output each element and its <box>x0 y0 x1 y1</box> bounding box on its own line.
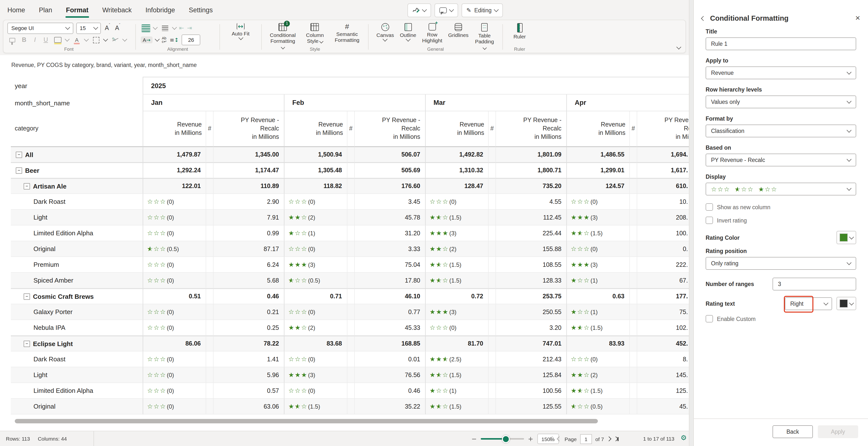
first-page-button[interactable] <box>550 437 554 441</box>
cell-revenue[interactable]: (3) <box>284 367 347 383</box>
cell-revenue[interactable]: 128.47 <box>425 178 488 194</box>
back-button[interactable]: Back <box>773 425 813 438</box>
font-size-select[interactable]: 15 <box>76 22 101 34</box>
cell-hash[interactable] <box>488 162 496 178</box>
column-header-revenue[interactable]: Revenuein Millions <box>425 111 488 147</box>
cell-hash[interactable] <box>206 257 213 273</box>
cell-py-revenue[interactable]: 212.43 <box>496 352 566 367</box>
cell-hash[interactable] <box>206 226 213 241</box>
based-on-select[interactable]: PY Revenue - Recalc <box>706 154 856 167</box>
cell-py-revenue[interactable]: 110.89 <box>213 178 284 194</box>
menu-plan[interactable]: Plan <box>38 4 53 16</box>
cell-py-revenue[interactable]: 112.45 <box>496 210 566 226</box>
cell-py-revenue[interactable]: 10. <box>637 194 689 210</box>
row-header-nebula-ipa[interactable]: Nebula IPA <box>11 320 143 336</box>
cell-revenue[interactable]: (0) <box>284 383 347 399</box>
cell-py-revenue[interactable]: 67. <box>637 273 689 289</box>
cell-hash[interactable] <box>347 273 354 289</box>
cell-revenue[interactable]: (1.5) <box>566 383 629 399</box>
cell-hash[interactable] <box>206 367 213 383</box>
cell-revenue[interactable]: (1.5) <box>425 210 488 226</box>
cell-py-revenue[interactable]: 1,800.71 <box>496 162 566 178</box>
cell-py-revenue[interactable]: 250.55 <box>496 304 566 320</box>
ruler-button[interactable]: Ruler <box>508 22 531 39</box>
cell-py-revenue[interactable]: 3.20 <box>496 320 566 336</box>
cell-revenue[interactable]: (1.5) <box>566 226 629 241</box>
cell-revenue[interactable]: (0) <box>143 257 206 273</box>
cell-hash[interactable] <box>488 304 496 320</box>
horizontal-scrollbar[interactable] <box>11 418 689 424</box>
cell-py-revenue[interactable]: 75.04 <box>354 257 425 273</box>
menu-infobridge[interactable]: Infobridge <box>145 4 176 16</box>
cell-revenue[interactable]: (0) <box>143 194 206 210</box>
cell-py-revenue[interactable]: 747.01 <box>496 336 566 352</box>
column-header-py-revenue[interactable]: PY Revenue -Recalcin Millions <box>213 111 284 147</box>
show-as-new-column-checkbox[interactable] <box>706 203 713 211</box>
cell-hash[interactable] <box>488 178 496 194</box>
cell-revenue[interactable]: (0) <box>143 304 206 320</box>
cell-hash[interactable] <box>347 194 354 210</box>
cell-py-revenue[interactable]: 6.24 <box>213 257 284 273</box>
cell-py-revenue[interactable]: 0.21 <box>213 304 284 320</box>
cell-hash[interactable] <box>488 194 496 210</box>
chevron-down-icon[interactable] <box>122 37 127 41</box>
panel-splitter[interactable] <box>689 0 694 446</box>
cell-hash[interactable] <box>629 226 637 241</box>
cell-py-revenue[interactable]: 78.22 <box>213 336 284 352</box>
cell-hash[interactable] <box>488 289 496 304</box>
gridlines-button[interactable]: Gridlines <box>445 22 471 50</box>
cell-revenue[interactable]: (2) <box>425 241 488 257</box>
cell-hash[interactable] <box>488 210 496 226</box>
cell-hash[interactable] <box>488 226 496 241</box>
cell-py-revenue[interactable]: 505.69 <box>354 162 425 178</box>
ink-signature-button[interactable] <box>407 3 431 17</box>
cell-revenue[interactable]: (0) <box>566 241 629 257</box>
cell-py-revenue[interactable]: 108.55 <box>496 257 566 273</box>
cell-py-revenue[interactable]: 222. <box>637 257 689 273</box>
cell-revenue[interactable]: (2.5) <box>425 352 488 367</box>
cell-py-revenue[interactable]: 735.20 <box>496 178 566 194</box>
cell-revenue[interactable]: (1) <box>566 273 629 289</box>
increase-indent-button[interactable]: ⇥ <box>187 25 192 31</box>
cell-py-revenue[interactable]: 253.75 <box>496 289 566 304</box>
close-icon[interactable]: × <box>855 14 860 22</box>
cell-hash[interactable] <box>206 194 213 210</box>
cell-hash[interactable] <box>206 320 213 336</box>
cell-revenue[interactable]: (1.5) <box>425 257 488 273</box>
cell-revenue[interactable]: (3) <box>425 226 488 241</box>
cell-revenue[interactable]: 1,486.55 <box>566 147 629 162</box>
row-header-original[interactable]: Original <box>11 399 143 415</box>
chevron-down-icon[interactable] <box>153 25 158 30</box>
cell-revenue[interactable]: (0) <box>143 210 206 226</box>
next-page-button[interactable] <box>607 437 612 441</box>
cell-hash[interactable] <box>347 399 354 415</box>
cell-hash[interactable] <box>347 383 354 399</box>
cell-hash[interactable] <box>206 336 213 352</box>
cell-py-revenue[interactable]: 45. <box>637 399 689 415</box>
cell-py-revenue[interactable]: 125.55 <box>496 399 566 415</box>
clear-formatting-button[interactable] <box>110 35 120 45</box>
cell-hash[interactable] <box>206 241 213 257</box>
cell-hash[interactable] <box>488 241 496 257</box>
cell-revenue[interactable]: (0) <box>143 226 206 241</box>
row-hierarchy-select[interactable]: Values only <box>706 95 856 108</box>
cell-hash[interactable] <box>629 194 637 210</box>
cell-hash[interactable] <box>347 289 354 304</box>
cell-hash[interactable] <box>206 304 213 320</box>
cell-revenue[interactable]: (1.5) <box>425 273 488 289</box>
cell-py-revenue[interactable]: 125.84 <box>496 367 566 383</box>
cell-py-revenue[interactable]: 3.33 <box>354 241 425 257</box>
cell-py-revenue[interactable]: 1,801.09 <box>496 147 566 162</box>
cell-hash[interactable] <box>206 178 213 194</box>
row-header-dark-roast[interactable]: Dark Roast <box>11 352 143 367</box>
cell-py-revenue[interactable]: 1,345.00 <box>213 147 284 162</box>
cell-py-revenue[interactable]: 4.55 <box>496 194 566 210</box>
panel-back-chevron[interactable] <box>701 16 706 21</box>
zoom-slider-knob[interactable] <box>502 435 510 443</box>
cell-revenue[interactable]: (0) <box>566 352 629 367</box>
grow-font-button[interactable]: Aˆ <box>104 25 111 31</box>
cell-revenue[interactable]: 0.72 <box>425 289 488 304</box>
cell-hash[interactable] <box>629 273 637 289</box>
row-header-original[interactable]: Original <box>11 241 143 257</box>
cell-py-revenue[interactable]: 87.17 <box>213 241 284 257</box>
